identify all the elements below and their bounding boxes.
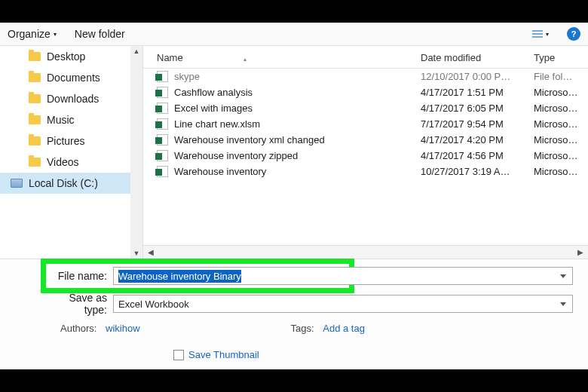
- help-icon[interactable]: ?: [567, 27, 580, 41]
- save-thumbnail-row: Save Thumbnail: [45, 349, 573, 360]
- file-list: Name▴ Date modified Type skype12/10/2017…: [143, 46, 588, 259]
- folder-icon: [29, 136, 41, 145]
- file-row[interactable]: Cashflow analysis4/17/2017 1:51 PMMicros…: [143, 84, 588, 100]
- file-date: 7/17/2017 9:54 PM: [421, 118, 534, 130]
- filename-value: Warehouse inventory Binary: [118, 270, 241, 283]
- header-date[interactable]: Date modified: [421, 52, 534, 63]
- savetype-select[interactable]: Excel Workbook: [113, 295, 573, 313]
- file-date: 4/17/2017 1:51 PM: [421, 87, 534, 98]
- folder-icon: [29, 73, 41, 82]
- new-folder-button[interactable]: New folder: [75, 28, 125, 40]
- sort-indicator-icon: ▴: [243, 56, 247, 63]
- sidebar-item-documents[interactable]: Documents: [0, 67, 142, 88]
- file-type: Microso…: [534, 103, 580, 114]
- filename-label: File name:: [45, 270, 113, 282]
- bottom-panel: File name: Warehouse inventory Binary Sa…: [0, 259, 588, 369]
- file-date: 10/27/2017 3:19 A…: [421, 166, 534, 177]
- file-name: Warehouse inventory xml changed: [174, 134, 325, 145]
- excel-icon: [157, 103, 168, 114]
- file-date: 4/17/2017 4:56 PM: [421, 150, 534, 161]
- filename-row: File name: Warehouse inventory Binary: [45, 267, 573, 285]
- excel-icon: [157, 134, 168, 145]
- authors-label: Authors:: [60, 323, 96, 334]
- savetype-value: Excel Workbook: [118, 299, 189, 310]
- file-row[interactable]: Excel with images4/17/2017 6:05 PMMicros…: [143, 100, 588, 116]
- sidebar-item-music[interactable]: Music: [0, 109, 142, 130]
- file-type: Microso…: [534, 134, 580, 145]
- file-row[interactable]: Warehouse inventory zipped4/17/2017 4:56…: [143, 148, 588, 164]
- savetype-row: Save as type: Excel Workbook: [45, 292, 573, 316]
- column-headers: Name▴ Date modified Type: [143, 46, 588, 69]
- scroll-up-icon[interactable]: ▲: [133, 46, 140, 57]
- file-name: Excel with images: [174, 103, 253, 114]
- file-type: Microso…: [534, 118, 580, 130]
- folder-icon: [29, 115, 41, 124]
- file-date: 12/10/2017 0:00 P…: [421, 71, 534, 82]
- sidebar-item-pictures[interactable]: Pictures: [0, 130, 142, 152]
- header-type[interactable]: Type: [534, 52, 580, 63]
- sidebar-scrollbar[interactable]: ▲ ▼: [130, 46, 142, 259]
- excel-icon: [157, 118, 168, 130]
- file-name: Warehouse inventory zipped: [174, 150, 298, 161]
- file-row[interactable]: skype12/10/2017 0:00 P…File fol…: [143, 69, 588, 84]
- header-name[interactable]: Name▴: [157, 52, 421, 63]
- file-name: Cashflow analysis: [174, 87, 253, 98]
- file-type: Microso…: [534, 150, 580, 161]
- sidebar-item-local-disk[interactable]: Local Disk (C:): [0, 173, 142, 194]
- sidebar-item-downloads[interactable]: Downloads: [0, 88, 142, 109]
- file-name: Warehouse inventory: [174, 166, 266, 177]
- folder-icon: [29, 52, 41, 61]
- organize-menu[interactable]: Organize▾: [8, 28, 57, 40]
- folder-icon: [29, 94, 41, 103]
- file-name: Line chart new.xlsm: [174, 118, 260, 130]
- file-type: Microso…: [534, 166, 580, 177]
- scroll-left-icon[interactable]: ◀: [148, 248, 154, 256]
- toolbar: Organize▾ New folder ▾ ?: [0, 23, 588, 46]
- horizontal-scrollbar[interactable]: ◀ ▶: [143, 245, 588, 259]
- file-row[interactable]: Line chart new.xlsm7/17/2017 9:54 PMMicr…: [143, 116, 588, 132]
- excel-icon: [157, 150, 168, 161]
- scroll-right-icon[interactable]: ▶: [577, 248, 583, 256]
- save-thumbnail-label: Save Thumbnail: [188, 349, 259, 360]
- view-mode-button[interactable]: ▾: [532, 30, 549, 38]
- file-row[interactable]: Warehouse inventory xml changed4/17/2017…: [143, 132, 588, 148]
- savetype-label: Save as type:: [45, 292, 113, 316]
- filename-input[interactable]: Warehouse inventory Binary: [113, 267, 573, 285]
- folder-icon: [29, 158, 41, 167]
- sidebar: Desktop Documents Downloads Music Pictur…: [0, 46, 143, 259]
- sidebar-item-videos[interactable]: Videos: [0, 152, 142, 173]
- file-name: skype: [174, 71, 200, 82]
- disk-icon: [11, 179, 23, 188]
- file-type: Microso…: [534, 87, 580, 98]
- excel-icon: [157, 166, 168, 177]
- tags-label: Tags:: [291, 323, 314, 334]
- authors-value[interactable]: wikihow: [106, 323, 140, 334]
- file-date: 4/17/2017 6:05 PM: [421, 103, 534, 114]
- file-date: 4/17/2017 4:20 PM: [421, 134, 534, 145]
- sidebar-item-desktop[interactable]: Desktop: [0, 46, 142, 67]
- file-type: File fol…: [534, 71, 580, 82]
- save-dialog: Organize▾ New folder ▾ ? Desktop Documen…: [0, 23, 588, 369]
- tags-value[interactable]: Add a tag: [323, 323, 365, 334]
- metadata-row: Authors: wikihow Tags: Add a tag: [45, 323, 573, 334]
- excel-icon: [157, 71, 168, 82]
- file-row[interactable]: Warehouse inventory10/27/2017 3:19 A…Mic…: [143, 164, 588, 179]
- save-thumbnail-checkbox[interactable]: [173, 350, 184, 360]
- excel-icon: [157, 87, 168, 98]
- scroll-down-icon[interactable]: ▼: [133, 248, 140, 259]
